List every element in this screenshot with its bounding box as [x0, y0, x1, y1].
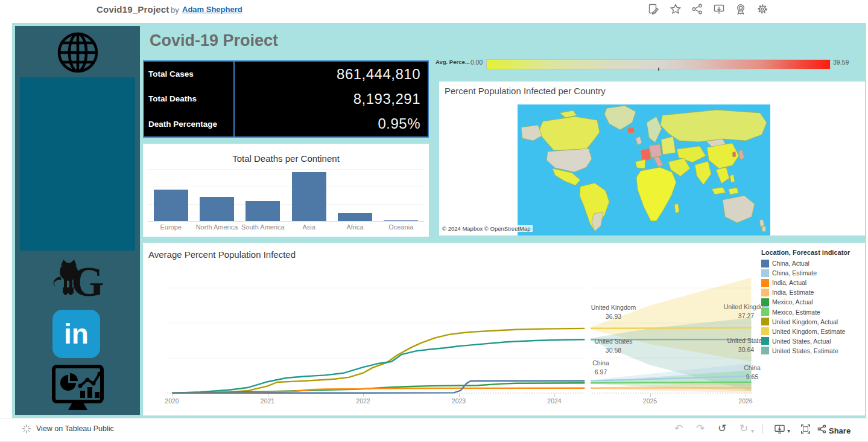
x-axis-label: 2022: [345, 397, 381, 405]
legend-item-united-kingdom-actual[interactable]: United Kingdom, Actual: [761, 317, 864, 327]
x-axis-tick: [459, 394, 460, 397]
world-map[interactable]: [518, 104, 770, 235]
custom-views-icon[interactable]: [647, 3, 659, 15]
author-link[interactable]: Adam Shepherd: [182, 5, 242, 14]
legend-label: United States, Estimate: [772, 347, 838, 354]
redo-icon[interactable]: ↷: [696, 423, 705, 435]
map-region-east-europe: [661, 136, 676, 155]
legend-item-china-actual[interactable]: China, Actual: [761, 258, 864, 268]
bar-category-label: Asia: [286, 223, 332, 231]
top-bar: Covid19_Project by Adam Shepherd: [0, 0, 868, 18]
fullscreen-icon[interactable]: [800, 424, 811, 434]
series-line-mexico-estimate: [591, 382, 751, 383]
legend-item-india-estimate[interactable]: India, Estimate: [761, 287, 864, 297]
kpi-label: Total Deaths: [144, 94, 233, 103]
x-axis-tick: [746, 394, 746, 397]
map-region-central-europe: [649, 144, 662, 158]
dashboard-monitor-icon[interactable]: [15, 364, 140, 414]
x-axis-tick: [363, 394, 364, 397]
download-caret-icon[interactable]: ▾: [787, 425, 790, 437]
settings-gear-icon[interactable]: [756, 3, 768, 15]
line-chart-legend: Location, Forecast indicator China, Actu…: [761, 249, 864, 356]
map-region-russia: [661, 110, 767, 142]
legend-swatch: [761, 279, 769, 287]
kpi-table[interactable]: Total Cases861,444,810Total Deaths8,193,…: [143, 60, 429, 138]
bar-category-label: South America: [240, 223, 286, 231]
legend-item-mexico-estimate[interactable]: Mexico, Estimate: [761, 307, 864, 316]
gradient-legend-max: 39.59: [833, 59, 849, 66]
refresh-caret-icon[interactable]: ▾: [751, 425, 754, 437]
kpi-value: 861,444,810: [233, 62, 428, 86]
legend-swatch: [761, 298, 769, 306]
x-axis-tick: [650, 394, 651, 397]
legend-swatch: [761, 260, 769, 267]
kpi-row[interactable]: Death Percentage0.95%: [144, 112, 428, 136]
favorite-star-icon[interactable]: [670, 3, 682, 15]
tableau-public-page: Covid19_Project by Adam Shepherd: [0, 0, 868, 442]
bar-category-label: Africa: [332, 223, 378, 231]
line-chart-plot[interactable]: [143, 243, 865, 415]
bar-category-label: Europe: [148, 223, 194, 231]
legend-label: Mexico, Actual: [772, 298, 813, 306]
linkedin-text: in: [64, 320, 89, 348]
bar-asia[interactable]: [292, 172, 326, 221]
revert-icon[interactable]: ↺: [718, 423, 726, 435]
x-axis-tick: [554, 394, 555, 397]
x-axis-label: 2023: [441, 397, 477, 405]
sidebar: G in: [15, 26, 140, 415]
legend-item-united-states-actual[interactable]: United States, Actual: [761, 336, 864, 346]
x-axis-label: 2025: [632, 397, 668, 405]
workbook-title: Covid19_Project: [97, 4, 169, 14]
legend-label: India, Estimate: [772, 289, 814, 296]
footer-share-icon[interactable]: [817, 424, 827, 434]
view-on-tableau-public[interactable]: View on Tableau Public: [22, 424, 114, 434]
bar-africa[interactable]: [338, 213, 372, 221]
x-axis-label: 2026: [727, 397, 764, 405]
download-monitor-icon[interactable]: [774, 424, 785, 434]
legend-item-united-states-estimate[interactable]: United States, Estimate: [761, 346, 864, 356]
bar-chart-title: Total Deaths per Continent: [143, 153, 429, 164]
undo-icon[interactable]: ↶: [674, 423, 683, 435]
bar-oceania[interactable]: [384, 220, 418, 222]
download-icon[interactable]: [713, 3, 725, 15]
map-attribution[interactable]: © 2024 Mapbox © OpenStreetMap: [440, 225, 533, 232]
award-icon[interactable]: [735, 3, 747, 15]
legend-swatch: [761, 289, 769, 296]
legend-item-mexico-actual[interactable]: Mexico, Actual: [761, 297, 864, 307]
tableau-flower-icon: [22, 424, 31, 434]
annotation-china: China9.65: [737, 364, 767, 382]
globe-icon[interactable]: [15, 28, 140, 77]
by-label: by: [171, 5, 179, 14]
view-on-tableau-public-label: View on Tableau Public: [36, 424, 114, 433]
legend-item-india-actual[interactable]: India, Actual: [761, 278, 864, 287]
bar-europe[interactable]: [154, 190, 188, 221]
map-panel: Percent Population Infected per Country: [439, 82, 865, 235]
linkedin-icon[interactable]: in: [52, 310, 100, 358]
bar-chart-plot: [148, 169, 424, 222]
bar-north-america[interactable]: [200, 197, 234, 222]
gradient-legend-min: 0.00: [470, 59, 483, 66]
map-region-korea: [732, 152, 736, 157]
kpi-label: Death Percentage: [144, 120, 233, 129]
legend-item-china-estimate[interactable]: China, Estimate: [761, 268, 864, 278]
continent-bar-chart-panel: Total Deaths per Continent EuropeNorth A…: [143, 144, 429, 237]
legend-swatch: [761, 347, 769, 354]
footer-share-label[interactable]: Share: [829, 424, 851, 437]
legend-title: Location, Forecast indicator: [761, 249, 864, 256]
bar-chart-category-axis: EuropeNorth AmericaSouth AmericaAsiaAfri…: [148, 223, 424, 231]
bar-south-america[interactable]: [246, 201, 280, 221]
legend-swatch: [761, 308, 769, 316]
share-icon[interactable]: [691, 3, 703, 15]
footer-toolbar: View on Tableau Public ↶ ↷ ↺ ↻ ▾ | ▾ Sha…: [0, 418, 868, 441]
annotation-united-states: United States30.58: [589, 337, 638, 355]
kpi-row[interactable]: Total Deaths8,193,291: [144, 86, 428, 111]
map-title: Percent Population Infected per Country: [445, 86, 606, 96]
kpi-row[interactable]: Total Cases861,444,810: [144, 62, 428, 86]
bar-category-label: Oceania: [378, 223, 424, 231]
github-icon[interactable]: G: [15, 258, 140, 302]
legend-label: United Kingdom, Estimate: [772, 328, 845, 335]
legend-item-united-kingdom-estimate[interactable]: United Kingdom, Estimate: [761, 327, 864, 336]
x-axis-label: 2020: [154, 397, 190, 405]
legend-label: United States, Actual: [772, 338, 831, 345]
refresh-icon[interactable]: ↻: [740, 423, 748, 435]
